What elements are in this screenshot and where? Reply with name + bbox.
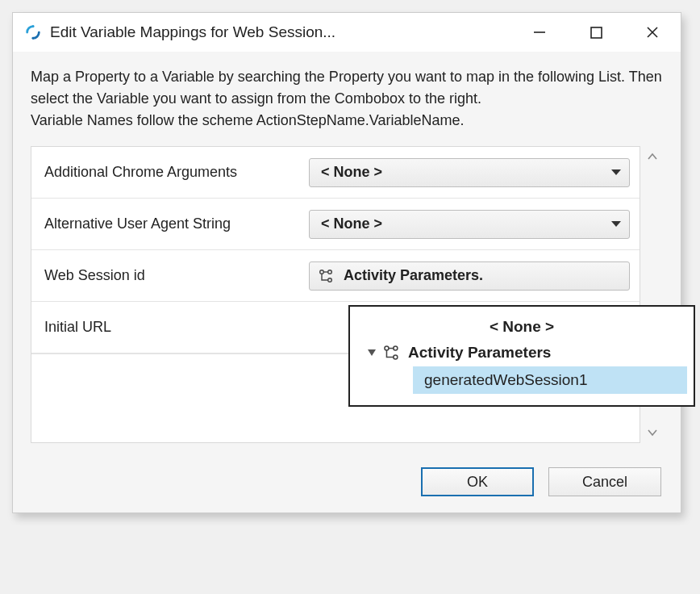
cancel-button[interactable]: Cancel [548,467,661,496]
mapping-row: Additional Chrome Arguments < None > [31,147,640,199]
dropdown-option[interactable]: generatedWebSession1 [413,366,687,394]
dropdown-group[interactable]: Activity Parameters [356,342,687,366]
svg-point-6 [320,270,324,274]
chevron-down-icon [611,221,621,227]
svg-point-8 [328,278,332,282]
svg-point-1 [32,37,35,40]
window-controls [511,13,681,52]
svg-point-0 [32,25,35,27]
variable-combobox[interactable]: Activity Parameters. [309,261,630,291]
chevron-down-icon [611,169,621,175]
combobox-value: Activity Parameters. [344,267,621,284]
scroll-up-icon[interactable] [644,148,661,165]
variable-combobox[interactable]: < None > [309,158,630,187]
hierarchy-icon [318,269,335,283]
maximize-button[interactable] [568,13,624,52]
mapping-row: Alternative User Agent String < None > [31,199,640,250]
dropdown-group-label: Activity Parameters [408,344,551,362]
dropdown-option-none[interactable]: < None > [356,318,687,336]
svg-point-11 [394,346,398,350]
svg-point-10 [385,346,389,350]
svg-rect-3 [591,27,602,38]
expand-icon [368,349,376,356]
hierarchy-icon [382,345,402,361]
mapping-row: Web Session id [31,250,640,302]
property-label: Initial URL [31,319,306,336]
property-label: Web Session id [31,267,306,284]
svg-point-12 [394,355,398,359]
svg-point-7 [328,270,332,274]
variable-combobox[interactable]: < None > [309,210,630,239]
mapping-table-area: Additional Chrome Arguments < None > Alt… [31,146,663,443]
close-button[interactable] [624,13,681,52]
button-bar: OK Cancel [13,453,681,512]
combobox-value: < None > [321,215,382,232]
instruction-text: Map a Property to a Variable by searchin… [31,66,663,132]
instruction-line: Map a Property to a Variable by searchin… [31,66,663,110]
combobox-dropdown: < None > Activity Parameters g [348,305,695,407]
dialog-title: Edit Variable Mappings for Web Session..… [50,23,335,41]
dialog-content: Map a Property to a Variable by searchin… [13,52,681,453]
scroll-down-icon[interactable] [644,424,661,441]
dialog-window: Edit Variable Mappings for Web Session..… [12,12,681,513]
combobox-value: < None > [321,164,382,181]
ok-button[interactable]: OK [421,467,534,496]
titlebar: Edit Variable Mappings for Web Session..… [13,13,681,52]
instruction-line: Variable Names follow the scheme ActionS… [31,110,663,132]
minimize-button[interactable] [511,13,568,52]
app-icon [24,23,42,41]
property-label: Alternative User Agent String [31,215,306,232]
property-label: Additional Chrome Arguments [31,164,306,181]
